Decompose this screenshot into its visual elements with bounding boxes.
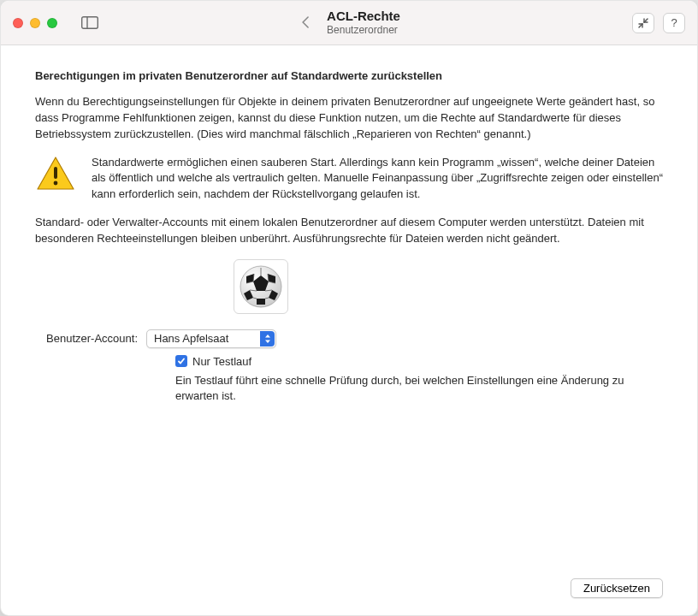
help-button[interactable]: ?	[663, 13, 685, 33]
testrun-row: Nur Testlauf	[175, 355, 663, 368]
close-window-button[interactable]	[13, 18, 23, 28]
window: ACL-Rechte Benutzerordner ? Berechtigung…	[0, 0, 698, 616]
warning-text: Standardwerte ermöglichen einen sauberen…	[92, 155, 663, 204]
title-stack: ACL-Rechte Benutzerordner	[327, 9, 400, 36]
warning-icon	[35, 155, 76, 192]
sidebar-toggle-button[interactable]	[80, 15, 100, 31]
intro-paragraph: Wenn du Berechtigungseinstellungen für O…	[35, 94, 663, 143]
account-label: Benutzer-Account:	[35, 332, 138, 345]
svg-marker-16	[257, 299, 265, 305]
account-select[interactable]: Hans Apfelsaat	[146, 329, 276, 348]
back-button[interactable]	[298, 15, 313, 30]
account-select-value: Hans Apfelsaat	[154, 332, 228, 345]
warning-row: Standardwerte ermöglichen einen sauberen…	[35, 155, 663, 204]
window-subtitle: Benutzerordner	[327, 24, 400, 36]
support-paragraph: Standard- oder Verwalter-Accounts mit ei…	[35, 215, 663, 247]
window-title: ACL-Rechte	[327, 9, 400, 24]
svg-rect-0	[82, 17, 98, 29]
reset-button[interactable]: Zurücksetzen	[571, 578, 663, 598]
testrun-checkbox[interactable]	[175, 355, 187, 367]
titlebar: ACL-Rechte Benutzerordner ?	[1, 1, 697, 45]
content-area: Berechtigungen im privaten Benutzerordne…	[1, 45, 697, 615]
window-controls	[13, 18, 57, 28]
testrun-hint: Ein Testlauf führt eine schnelle Prüfung…	[175, 373, 637, 404]
svg-point-9	[54, 181, 58, 185]
svg-marker-27	[265, 340, 270, 343]
soccer-ball-icon	[239, 264, 283, 309]
svg-marker-26	[265, 335, 270, 338]
collapse-button[interactable]	[632, 13, 654, 33]
user-avatar	[234, 259, 288, 314]
section-heading: Berechtigungen im privaten Benutzerordne…	[35, 69, 663, 82]
testrun-label: Nur Testlauf	[192, 355, 251, 368]
account-row: Benutzer-Account: Hans Apfelsaat	[35, 329, 663, 348]
svg-rect-8	[54, 167, 57, 179]
minimize-window-button[interactable]	[30, 18, 40, 28]
zoom-window-button[interactable]	[47, 18, 57, 28]
select-stepper-icon	[260, 331, 275, 346]
footer: Zurücksetzen	[35, 561, 663, 598]
